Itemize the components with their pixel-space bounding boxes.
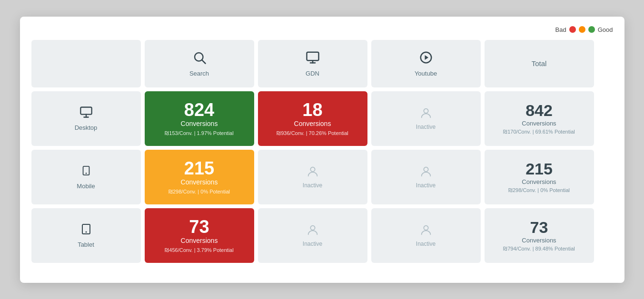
- total-mobile-conv: Conversions: [522, 178, 556, 185]
- header-empty: [31, 40, 141, 87]
- search-mobile-number: 215: [184, 159, 214, 179]
- main-card: Bad Good Search: [20, 17, 624, 283]
- gdn-tablet-cell: Inactive: [258, 208, 367, 263]
- youtube-desktop-cell: Inactive: [371, 91, 481, 146]
- device-mobile: Mobile: [31, 150, 141, 204]
- total-tablet-number: 73: [530, 219, 548, 236]
- search-desktop-detail: ₪153/Conv. | 1.97% Potential: [165, 130, 233, 136]
- gdn-desktop-number: 18: [302, 100, 322, 120]
- inactive-label-gdn-tablet: Inactive: [303, 241, 322, 247]
- total-tablet-conv: Conversions: [522, 237, 556, 244]
- svg-marker-6: [425, 55, 428, 60]
- orange-dot: [579, 26, 585, 33]
- mobile-icon: [81, 164, 91, 181]
- search-tablet-conv: Conversions: [181, 237, 218, 244]
- gdn-label: GDN: [306, 70, 319, 77]
- inactive-icon-gdn-mobile: [306, 165, 319, 181]
- inactive-icon-gdn-tablet: [306, 223, 319, 240]
- svg-point-13: [310, 167, 315, 172]
- header-search: Search: [145, 40, 254, 87]
- desktop-label: Desktop: [75, 124, 98, 131]
- total-desktop-detail: ₪170/Conv. | 69.61% Potential: [503, 129, 575, 135]
- search-desktop-number: 824: [184, 100, 214, 120]
- total-tablet-cell: 73 Conversions ₪794/Conv. | 89.48% Poten…: [485, 208, 594, 263]
- bad-label: Bad: [555, 26, 566, 33]
- inactive-label-yt-mobile: Inactive: [416, 182, 436, 189]
- svg-rect-7: [80, 107, 91, 115]
- inactive-icon-yt-mobile: [419, 165, 433, 181]
- inactive-icon-yt-tablet: [419, 223, 433, 240]
- total-mobile-number: 215: [525, 160, 553, 178]
- search-mobile-conv: Conversions: [181, 178, 218, 186]
- device-desktop: Desktop: [31, 91, 141, 146]
- total-mobile-detail: ₪298/Conv. | 0% Potential: [508, 187, 570, 193]
- inactive-label-yt-desktop: Inactive: [416, 124, 436, 130]
- search-tablet-cell[interactable]: 73 Conversions ₪456/Conv. | 3.79% Potent…: [145, 208, 254, 263]
- youtube-mobile-cell: Inactive: [371, 150, 481, 204]
- gdn-mobile-cell: Inactive: [258, 150, 367, 204]
- gdn-desktop-conv: Conversions: [294, 120, 331, 127]
- data-grid: Search GDN Youtube Total: [31, 40, 613, 263]
- bad-dot: [569, 26, 576, 33]
- youtube-icon: [419, 50, 433, 68]
- search-mobile-cell[interactable]: 215 Conversions ₪298/Conv. | 0% Potentia…: [145, 150, 254, 204]
- total-tablet-detail: ₪794/Conv. | 89.48% Potential: [503, 246, 575, 252]
- search-desktop-cell[interactable]: 824 Conversions ₪153/Conv. | 1.97% Poten…: [145, 91, 254, 146]
- inactive-label-yt-tablet: Inactive: [416, 241, 436, 247]
- gdn-desktop-detail: ₪936/Conv. | 70.26% Potential: [277, 130, 348, 136]
- total-mobile-cell: 215 Conversions ₪298/Conv. | 0% Potentia…: [485, 150, 594, 204]
- good-dot: [588, 26, 595, 33]
- header-youtube: Youtube: [371, 40, 481, 87]
- total-desktop-conv: Conversions: [522, 120, 556, 127]
- svg-point-14: [424, 167, 428, 172]
- youtube-label: Youtube: [415, 70, 437, 77]
- good-label: Good: [598, 26, 613, 33]
- total-desktop-cell: 842 Conversions ₪170/Conv. | 69.61% Pote…: [485, 91, 594, 146]
- svg-point-17: [310, 226, 315, 230]
- mobile-label: Mobile: [77, 183, 95, 190]
- svg-point-18: [424, 226, 428, 230]
- gdn-icon: [306, 50, 320, 68]
- header-total: Total: [485, 40, 594, 87]
- search-icon: [192, 50, 207, 68]
- total-desktop-number: 842: [525, 102, 553, 119]
- desktop-icon: [79, 106, 93, 122]
- inactive-icon-yt-desktop: [419, 106, 433, 123]
- header-gdn: GDN: [258, 40, 367, 87]
- legend: Bad Good: [31, 26, 613, 33]
- svg-rect-2: [307, 52, 318, 60]
- inactive-label-gdn-mobile: Inactive: [303, 182, 322, 189]
- total-label: Total: [532, 59, 547, 68]
- svg-point-10: [424, 109, 428, 113]
- search-label: Search: [189, 70, 209, 77]
- search-desktop-conv: Conversions: [181, 120, 218, 127]
- gdn-desktop-cell[interactable]: 18 Conversions ₪936/Conv. | 70.26% Poten…: [258, 91, 367, 146]
- tablet-label: Tablet: [78, 241, 94, 248]
- search-mobile-detail: ₪298/Conv. | 0% Potential: [168, 189, 230, 195]
- tablet-icon: [80, 222, 92, 239]
- svg-line-1: [202, 60, 205, 63]
- search-tablet-detail: ₪456/Conv. | 3.79% Potential: [165, 247, 233, 253]
- youtube-tablet-cell: Inactive: [371, 208, 481, 263]
- device-tablet: Tablet: [31, 208, 141, 263]
- search-tablet-number: 73: [189, 217, 209, 237]
